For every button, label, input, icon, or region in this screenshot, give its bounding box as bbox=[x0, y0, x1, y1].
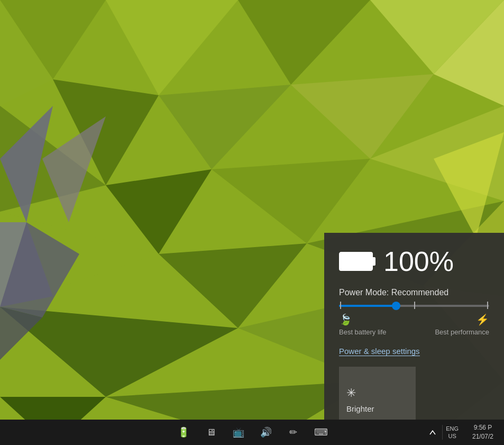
battery-header: 100% bbox=[339, 248, 489, 275]
mode-labels: 🍃 Best battery life ⚡ Best performance bbox=[339, 313, 489, 336]
taskbar-center-icons: 🔋 🖥 📺 🔊 ✏ ⌨ bbox=[171, 420, 334, 445]
slider-thumb[interactable] bbox=[392, 302, 400, 310]
taskbar-volume-icon[interactable]: 🔊 bbox=[253, 420, 279, 445]
svg-marker-11 bbox=[212, 159, 370, 243]
slider-track bbox=[339, 305, 489, 307]
notification-chevron[interactable] bbox=[423, 420, 442, 445]
system-tray: ENG US 9:56 P 21/07/2 bbox=[423, 420, 504, 445]
taskbar-keyboard-icon[interactable]: ⌨ bbox=[308, 420, 334, 445]
svg-marker-1 bbox=[106, 0, 238, 95]
best-battery-label: 🍃 Best battery life bbox=[339, 313, 387, 336]
slider-fill bbox=[339, 305, 396, 307]
best-performance-label: ⚡ Best performance bbox=[435, 313, 489, 336]
system-clock[interactable]: 9:56 P 21/07/2 bbox=[462, 420, 504, 445]
brighter-label: Brighter bbox=[346, 404, 374, 413]
battery-life-icon: 🍃 bbox=[339, 313, 352, 326]
svg-marker-14 bbox=[159, 243, 307, 328]
performance-icon: ⚡ bbox=[476, 313, 489, 326]
svg-marker-2 bbox=[238, 0, 370, 85]
svg-marker-6 bbox=[159, 85, 291, 169]
power-mode-slider[interactable] bbox=[339, 305, 489, 307]
battery-fill bbox=[341, 253, 371, 269]
taskbar-display-icon[interactable]: 🖥 bbox=[198, 420, 224, 445]
taskbar-network-icon[interactable]: 📺 bbox=[226, 420, 251, 445]
taskbar-pen-icon[interactable]: ✏ bbox=[281, 420, 306, 445]
battery-percentage: 100% bbox=[383, 248, 454, 275]
svg-marker-29 bbox=[42, 116, 106, 222]
power-sleep-settings-link[interactable]: Power & sleep settings bbox=[339, 347, 420, 356]
battery-popup: 100% Power Mode: Recommended 🍃 Best batt… bbox=[324, 233, 504, 420]
taskbar: 🔋 🖥 📺 🔊 ✏ ⌨ ENG US 9:56 P 21/07/2 bbox=[0, 420, 504, 445]
brighter-button[interactable]: ✳ Brighter bbox=[339, 367, 416, 420]
slider-tick-mid bbox=[414, 302, 415, 309]
battery-icon-large bbox=[339, 252, 373, 271]
taskbar-battery-icon[interactable]: 🔋 bbox=[171, 420, 196, 445]
brightness-icon: ✳ bbox=[346, 386, 356, 400]
language-indicator[interactable]: ENG US bbox=[443, 420, 462, 445]
power-mode-label: Power Mode: Recommended bbox=[339, 288, 489, 297]
slider-tick-left bbox=[340, 302, 341, 309]
svg-marker-10 bbox=[106, 169, 212, 254]
slider-tick-right bbox=[487, 302, 488, 309]
